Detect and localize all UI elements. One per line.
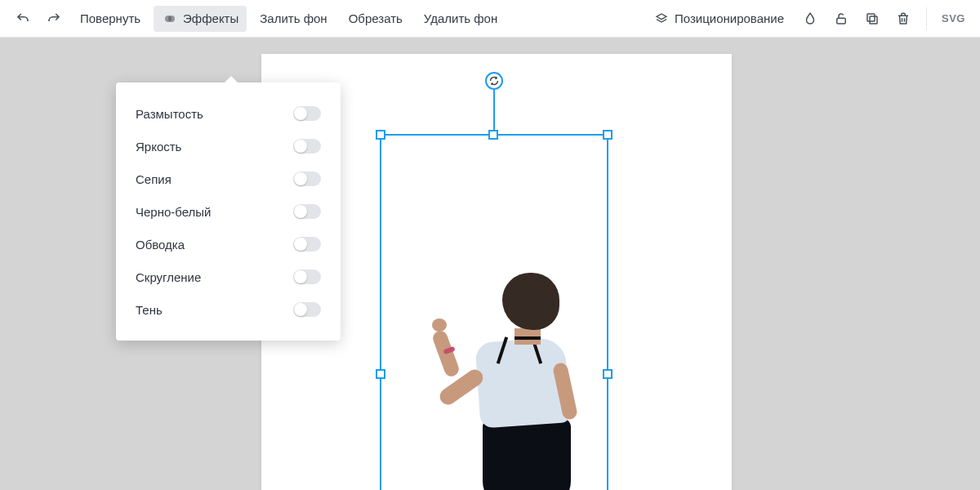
positioning-label: Позиционирование [675,11,784,25]
rotate-label: Повернуть [80,11,140,25]
positioning-button[interactable]: Позиционирование [645,6,792,32]
effect-row-sepia[interactable]: Сепия [116,163,341,195]
effect-label: Тень [136,303,163,317]
svg-marker-2 [657,14,666,20]
remove-bg-button[interactable]: Удалить фон [416,7,506,30]
effect-label: Размытость [136,107,203,121]
layers-icon [653,11,670,27]
effect-toggle-rounding[interactable] [293,270,321,284]
fill-bg-button[interactable]: Залить фон [252,7,335,30]
resize-handle-mr[interactable] [603,369,612,379]
effect-row-shadow[interactable]: Тень [116,293,341,326]
fill-bg-label: Залить фон [260,11,327,25]
effect-label: Скругление [136,270,201,284]
effect-row-bw[interactable]: Черно-белый [116,195,341,228]
effect-row-outline[interactable]: Обводка [116,228,341,261]
toolbar: Повернуть Эффекты Залить фон Обрезать Уд… [0,0,980,38]
effect-toggle-shadow[interactable] [293,302,321,317]
svg-rect-3 [837,18,846,24]
effect-label: Яркость [136,140,181,154]
effect-toggle-outline[interactable] [293,237,321,252]
effects-icon [162,11,178,27]
rotate-handle[interactable] [485,72,503,90]
effect-toggle-sepia[interactable] [293,172,321,186]
effect-toggle-brightness[interactable] [293,139,321,154]
undo-icon[interactable] [10,6,36,32]
selection-box[interactable] [380,134,608,490]
effect-label: Черно-белый [136,205,211,219]
resize-handle-tl[interactable] [376,130,385,140]
resize-handle-ml[interactable] [376,369,385,379]
crop-label: Обрезать [349,11,403,25]
unlock-icon[interactable] [828,6,854,32]
rotate-button[interactable]: Повернуть [72,7,149,30]
rotate-connector [493,90,495,131]
resize-handle-tm[interactable] [488,130,498,140]
opacity-icon[interactable] [797,6,823,32]
effect-row-rounding[interactable]: Скругление [116,261,341,293]
resize-handle-tr[interactable] [603,130,612,140]
trash-icon[interactable] [890,6,916,32]
effects-button[interactable]: Эффекты [154,6,247,32]
effect-toggle-bw[interactable] [293,204,321,219]
redo-icon[interactable] [41,6,67,32]
duplicate-icon[interactable] [859,6,885,32]
svg-rect-4 [870,16,877,24]
remove-bg-label: Удалить фон [424,11,497,25]
canvas-area[interactable]: Размытость Яркость Сепия Черно-белый Обв… [0,38,980,490]
toolbar-divider [926,7,927,30]
svg-export-button[interactable]: SVG [937,12,970,24]
crop-button[interactable]: Обрезать [341,7,411,30]
effect-row-blur[interactable]: Размытость [116,97,341,130]
effect-toggle-blur[interactable] [293,106,321,121]
svg-rect-5 [867,14,875,21]
effect-label: Сепия [136,172,172,186]
effects-label: Эффекты [183,11,238,25]
effect-row-brightness[interactable]: Яркость [116,130,341,163]
svg-point-1 [168,16,175,22]
effect-label: Обводка [136,238,185,252]
effects-dropdown: Размытость Яркость Сепия Черно-белый Обв… [116,82,341,341]
